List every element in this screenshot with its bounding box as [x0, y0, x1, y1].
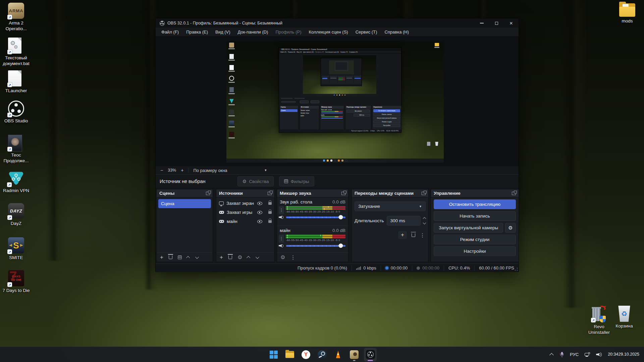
- obs-taskbar-button[interactable]: [364, 348, 377, 361]
- transition-select[interactable]: Затухание ▼: [355, 201, 426, 211]
- visibility-eye-icon[interactable]: [257, 202, 262, 205]
- spin-up-button[interactable]: [423, 217, 426, 221]
- volume-slider-handle[interactable]: [338, 244, 343, 248]
- remove-scene-button[interactable]: [169, 255, 172, 259]
- mixer-panel-header[interactable]: Микшер звука: [277, 189, 348, 197]
- volume-slider[interactable]: [286, 245, 345, 247]
- menu-scene-collection[interactable]: Коллекция сцен (S): [305, 28, 352, 37]
- start-recording-button[interactable]: Начать запись: [434, 211, 516, 221]
- stop-streaming-button[interactable]: Остановить трансляцию: [434, 199, 516, 209]
- menu-edit[interactable]: Правка (E): [182, 28, 212, 37]
- visibility-eye-icon[interactable]: [257, 211, 262, 214]
- zoom-in-button[interactable]: +: [181, 168, 183, 173]
- add-transition-button[interactable]: +: [398, 231, 407, 239]
- steam-button[interactable]: [316, 348, 328, 361]
- desktop-icon-obs-studio[interactable]: ↗ OBS Studio: [0, 101, 32, 124]
- source-properties-button[interactable]: ⚙: [237, 255, 242, 260]
- record-idle-icon: [417, 266, 420, 270]
- scene-list-item[interactable]: Сцена: [158, 199, 211, 208]
- source-list-item[interactable]: майн: [216, 217, 274, 226]
- filters-button[interactable]: Фильтры: [279, 176, 314, 186]
- virtual-camera-button[interactable]: Запуск виртуальной камеры: [434, 223, 503, 233]
- move-source-down-button[interactable]: [256, 255, 259, 258]
- window-resize-grip[interactable]: [515, 267, 518, 271]
- menu-view[interactable]: Вид (V): [212, 28, 234, 37]
- menu-file[interactable]: Файл (F): [158, 28, 182, 37]
- source-list-item[interactable]: Захват игры: [216, 208, 274, 217]
- volume-slider-handle[interactable]: [338, 215, 343, 220]
- sources-panel-header[interactable]: Источники: [216, 189, 274, 197]
- preview-mini-label: [434, 47, 439, 48]
- desktop-icon-tlauncher[interactable]: ↗ TLauncher: [0, 70, 32, 94]
- menu-help[interactable]: Справка (H): [381, 28, 413, 37]
- game-window-button[interactable]: [348, 348, 361, 361]
- transitions-panel-header[interactable]: Переходы между сценами: [352, 189, 428, 197]
- remove-source-button[interactable]: [228, 255, 232, 259]
- volume-slider[interactable]: [286, 217, 345, 218]
- desktop-icon-dayz[interactable]: DAYZ ↗ DayZ: [0, 203, 32, 227]
- desktop-icon-mods-folder[interactable]: mods: [611, 3, 643, 24]
- desktop-icon-radmin-vpn[interactable]: ↗ Radmin VPN: [0, 170, 32, 194]
- popout-icon[interactable]: [268, 192, 272, 195]
- settings-button[interactable]: Настройки: [434, 246, 516, 256]
- lock-icon[interactable]: [268, 211, 272, 214]
- desktop-icon-smite[interactable]: S ↗ SMITE: [0, 237, 32, 261]
- scenes-panel-header[interactable]: Сцены: [157, 189, 213, 197]
- popout-icon[interactable]: [206, 192, 210, 195]
- desktop-icon-bat-file[interactable]: ⚙ ⚙ ↗ Текстовый документ.bat: [0, 38, 32, 67]
- move-scene-down-button[interactable]: [195, 255, 199, 258]
- zoom-fit-dropdown[interactable]: По размеру окна ▼: [193, 168, 267, 173]
- studio-mode-button[interactable]: Режим студии: [434, 235, 516, 244]
- minimize-button[interactable]: [474, 18, 489, 28]
- channel-options-button[interactable]: ⋮: [279, 235, 284, 243]
- clock[interactable]: 20:34 29.10.2025: [605, 347, 644, 362]
- virtual-camera-settings-button[interactable]: ⚙: [505, 223, 516, 233]
- transition-options-button[interactable]: ⋮: [420, 233, 425, 238]
- add-scene-button[interactable]: +: [160, 254, 163, 260]
- popout-icon[interactable]: [341, 192, 345, 195]
- maximize-button[interactable]: [489, 18, 504, 28]
- speaker-icon[interactable]: [279, 215, 284, 220]
- file-explorer-button[interactable]: [283, 348, 296, 361]
- source-list-item[interactable]: Захват экран: [216, 199, 274, 208]
- spin-down-button[interactable]: [423, 221, 426, 225]
- start-button[interactable]: [267, 348, 280, 361]
- mixer-options-button[interactable]: ⋮: [290, 255, 296, 260]
- lock-icon[interactable]: [268, 220, 272, 223]
- desktop-icon-arma2[interactable]: ARMA ↗ Arma 2 Operatio...: [0, 3, 32, 32]
- yandex-browser-button[interactable]: Y: [300, 348, 312, 361]
- obs-titlebar[interactable]: OBS 32.0.1 - Профиль: Безымянный - Сцены…: [156, 18, 519, 28]
- scene-filters-button[interactable]: [178, 255, 182, 259]
- visibility-eye-icon[interactable]: [257, 220, 262, 223]
- menu-docks[interactable]: Док-панели (D): [234, 28, 272, 37]
- channel-options-button[interactable]: ⋮: [279, 206, 284, 214]
- language-indicator[interactable]: РУС: [567, 347, 582, 362]
- menu-profile[interactable]: Профиль (P): [272, 28, 305, 37]
- close-button[interactable]: ✕: [504, 18, 519, 28]
- move-source-up-button[interactable]: [247, 256, 250, 259]
- controls-panel-header[interactable]: Управление: [431, 189, 519, 197]
- properties-button[interactable]: ⚙ Свойства: [237, 176, 274, 186]
- remove-transition-button[interactable]: [412, 233, 415, 237]
- duration-input[interactable]: 300 ms: [387, 216, 421, 226]
- popout-icon[interactable]: [512, 192, 516, 195]
- vlc-button[interactable]: [332, 348, 344, 361]
- desktop-icon-7dtd[interactable]: 7 DAYS TO DIE ↗ 7 Days to Die: [0, 270, 32, 294]
- add-source-button[interactable]: +: [220, 254, 223, 260]
- move-scene-up-button[interactable]: [186, 256, 190, 259]
- zoom-out-button[interactable]: −: [160, 168, 163, 173]
- desktop-icon-recycle-bin[interactable]: ♻ Корзина: [608, 306, 640, 329]
- speaker-icon[interactable]: [279, 243, 284, 248]
- desktop-icon-teos[interactable]: ↗ Теос Продолже...: [0, 135, 32, 164]
- popout-icon[interactable]: [422, 192, 426, 195]
- advanced-audio-button[interactable]: ⚙: [280, 255, 285, 260]
- lock-icon[interactable]: [268, 202, 272, 205]
- tray-overflow-button[interactable]: [548, 347, 557, 362]
- taskbar-center: Y: [267, 347, 377, 362]
- volume-button[interactable]: [593, 347, 605, 362]
- tray-mic-button[interactable]: [557, 347, 567, 362]
- meter-tick: [287, 237, 288, 238]
- preview-canvas[interactable]: OBS 32.0.1 - Профиль: Безымянный - Сцены…: [226, 41, 444, 163]
- network-button[interactable]: [582, 347, 593, 362]
- menu-tools[interactable]: Сервис (T): [352, 28, 381, 37]
